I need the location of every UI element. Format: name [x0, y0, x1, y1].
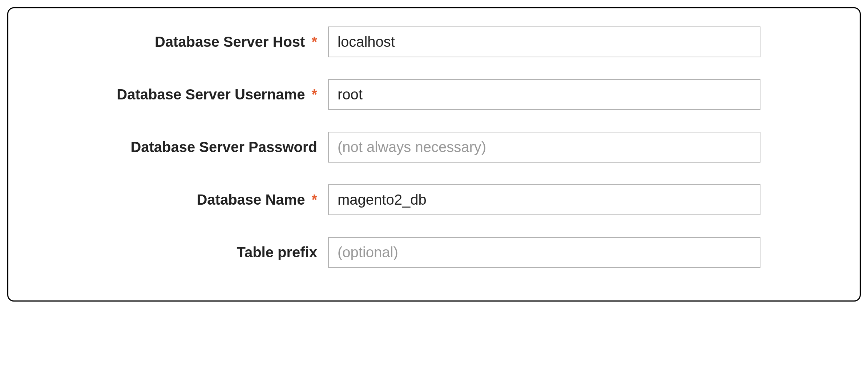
database-config-form: Database Server Host * Database Server U… — [7, 7, 861, 302]
form-row-db-password: Database Server Password — [30, 132, 838, 163]
label-wrap: Database Server Host * — [30, 34, 328, 50]
db-password-input[interactable] — [328, 132, 760, 163]
db-username-label: Database Server Username — [117, 86, 305, 103]
label-wrap: Database Server Password — [30, 139, 328, 155]
db-username-input[interactable] — [328, 79, 760, 110]
form-row-db-username: Database Server Username * — [30, 79, 838, 110]
db-name-input[interactable] — [328, 184, 760, 215]
db-host-input[interactable] — [328, 26, 760, 57]
table-prefix-input[interactable] — [328, 237, 760, 268]
db-password-label: Database Server Password — [130, 139, 317, 155]
required-asterisk-icon: * — [311, 192, 317, 208]
db-name-label: Database Name — [197, 192, 305, 208]
label-wrap: Table prefix — [30, 244, 328, 261]
form-row-table-prefix: Table prefix — [30, 237, 838, 268]
table-prefix-label: Table prefix — [237, 244, 317, 261]
required-asterisk-icon: * — [311, 34, 317, 50]
label-wrap: Database Name * — [30, 192, 328, 208]
form-row-db-name: Database Name * — [30, 184, 838, 215]
db-host-label: Database Server Host — [155, 34, 305, 50]
form-row-db-host: Database Server Host * — [30, 26, 838, 57]
required-asterisk-icon: * — [311, 86, 317, 103]
label-wrap: Database Server Username * — [30, 86, 328, 103]
